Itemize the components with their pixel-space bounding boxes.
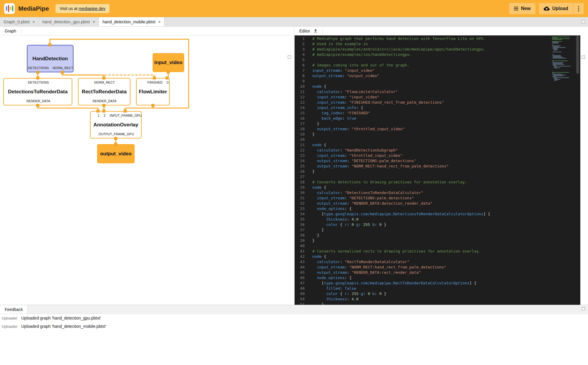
code-line: 49 color { r: 255 g: 0 b: 0 } <box>295 291 580 296</box>
graph-node-flow-limiter[interactable]: FlowLimiterFINISHED0 <box>136 78 170 105</box>
graph-panel: Graph HandDetectionDETECTIONSNORM_RECTin… <box>0 27 294 305</box>
minimap-line <box>553 66 571 66</box>
upload-button-label: Upload <box>552 6 568 11</box>
code-line: 15 tag_index: "FINISHED" <box>295 110 580 116</box>
graph-node-detections-to-render-data[interactable]: DetectionsToRenderDataDETECTIONSRENDER_D… <box>3 78 72 105</box>
minimap-line <box>554 80 557 81</box>
expand-icon[interactable] <box>288 56 291 59</box>
graph-node-label: RectToRenderData <box>82 89 127 95</box>
minimap-line <box>553 75 566 75</box>
graph-node-annotation-overlay[interactable]: AnnotationOverlay12INPUT_FRAME_GPUOUTPUT… <box>90 111 142 138</box>
minimap-line <box>552 61 553 62</box>
minimap-line <box>553 76 563 76</box>
minimap-line <box>552 43 559 43</box>
main-area: Graph HandDetectionDETECTIONSNORM_RECTin… <box>0 27 588 305</box>
code-line: 47 [type.googleapis.com/mediapipe.RectTo… <box>295 281 580 286</box>
code-line: 46 node_options: { <box>295 275 580 281</box>
minimap-line <box>552 38 570 39</box>
port-label: 1 <box>98 114 99 117</box>
minimap-line <box>552 42 558 43</box>
code-line: 10node { <box>295 84 580 89</box>
code-line: 9 <box>295 79 580 84</box>
feedback-entry: UploaderUploaded graph 'hand_detection_g… <box>0 316 588 324</box>
app-title: MediaPipe <box>18 5 49 12</box>
minimap-line <box>553 76 556 77</box>
graph-node-hand-detection[interactable]: HandDetectionDETECTIONSNORM_RECT <box>27 45 74 72</box>
document-tab[interactable]: Graph_0.pbtxt× <box>0 17 39 26</box>
minimap-line <box>553 74 562 74</box>
code-line: 40 <box>295 243 580 249</box>
port-label: NORM_RECT <box>94 81 115 84</box>
code-line: 25 output_stream: "NORM_RECT:hand_rect_f… <box>295 164 580 169</box>
code-line: 6# Images coming into and out of the gra… <box>295 63 580 68</box>
document-tab-label: hand_detection_mobile.pbtxt <box>102 19 155 24</box>
port-label: NORM_RECT <box>53 66 73 70</box>
hamburger-icon <box>514 7 518 10</box>
graph-node-label: output_video <box>100 151 132 157</box>
code-line: 30 calculator: "DetectionsToRenderDataCa… <box>295 190 580 195</box>
minimap-line <box>552 70 552 71</box>
expand-icon[interactable] <box>582 56 585 59</box>
code-line: 17 } <box>295 121 580 126</box>
code-editor[interactable]: 1# MediaPipe graph that performs hand de… <box>295 35 580 305</box>
minimap-line <box>552 41 562 42</box>
code-line: 26} <box>295 169 580 174</box>
close-icon[interactable]: × <box>158 19 161 24</box>
minimap-line <box>552 61 568 61</box>
new-button[interactable]: New <box>509 3 535 14</box>
close-icon[interactable]: × <box>93 19 95 24</box>
document-tab[interactable]: hand_detection_mobile.pbtxt× <box>99 17 164 26</box>
upload-button[interactable]: Upload <box>539 3 573 14</box>
graph-edge <box>62 75 154 78</box>
feedback-log: UploaderUploaded graph 'hand_detection_g… <box>0 315 588 365</box>
code-line: 42node { <box>295 254 580 259</box>
close-icon[interactable]: × <box>32 19 35 24</box>
code-line: 14 input_stream_info: { <box>295 105 580 110</box>
app-window: MediaPipe Visit us at mediapipe.dev New … <box>0 0 588 365</box>
graph-node-output-video[interactable]: output_video <box>97 144 135 163</box>
minimap-line <box>553 81 554 82</box>
minimap-line <box>552 38 558 38</box>
code-line: 24 output_stream: "DETECTIONS:palm_detec… <box>295 158 580 164</box>
graph-node-label: DetectionsToRenderData <box>8 89 68 95</box>
code-line: 51 } <box>295 302 580 305</box>
port-label: RENDER_DATA <box>93 99 116 103</box>
tab-graph[interactable]: Graph <box>0 27 21 35</box>
tab-editor[interactable]: Editor <box>295 27 323 35</box>
feedback-tab-label: Feedback <box>5 307 23 312</box>
download-icon[interactable] <box>313 29 318 33</box>
graph-node-rect-to-render-data[interactable]: RectToRenderDataNORM_RECTRENDER_DATA <box>78 78 130 105</box>
graph-edge <box>125 105 153 111</box>
minimap-line <box>553 51 553 51</box>
code-line: 37 } <box>295 227 580 233</box>
scrollbar[interactable] <box>576 35 579 74</box>
graph-node-input-video[interactable]: input_video <box>153 53 184 72</box>
code-line: 32 output_stream: "RENDER_DATA:detection… <box>295 201 580 206</box>
code-line: 19} <box>295 132 580 137</box>
minimap-line <box>552 37 570 37</box>
port-label: OUTPUT_FRAME_GPU <box>99 132 134 136</box>
code-line: 11 calculator: "FlowLimiterCalculator" <box>295 89 580 94</box>
expand-icon[interactable] <box>582 307 585 310</box>
code-line: 50 thickness: 4.0 <box>295 296 580 302</box>
port-label: DETECTIONS <box>28 66 49 70</box>
minimap-line <box>552 59 552 59</box>
tab-feedback[interactable]: Feedback <box>0 305 28 314</box>
minimap-line <box>552 45 553 45</box>
minimap-line <box>553 69 554 69</box>
document-tab-label: Graph_0.pbtxt <box>4 19 30 24</box>
code-line: 33 node_options: { <box>295 206 580 211</box>
mediapipe-link[interactable]: mediapipe.dev <box>79 6 105 11</box>
minimap-line <box>553 63 563 64</box>
document-tab[interactable]: hand_detection_gpu.pbtxt× <box>39 17 99 26</box>
minimap-line <box>553 56 561 57</box>
kebab-menu-icon[interactable]: ⋮ <box>573 3 584 14</box>
minimap-line <box>553 45 561 46</box>
minimap[interactable] <box>552 37 571 82</box>
graph-node-label: FlowLimiter <box>139 89 167 95</box>
feedback-source: Uploader <box>2 324 21 329</box>
feedback-message: Uploaded graph 'hand_detection_gpu.pbtxt… <box>21 316 101 320</box>
code-line: 45 output_stream: "RENDER_DATA:rect_rend… <box>295 270 580 275</box>
expand-icon[interactable] <box>582 20 585 23</box>
code-line: 29node { <box>295 185 580 190</box>
